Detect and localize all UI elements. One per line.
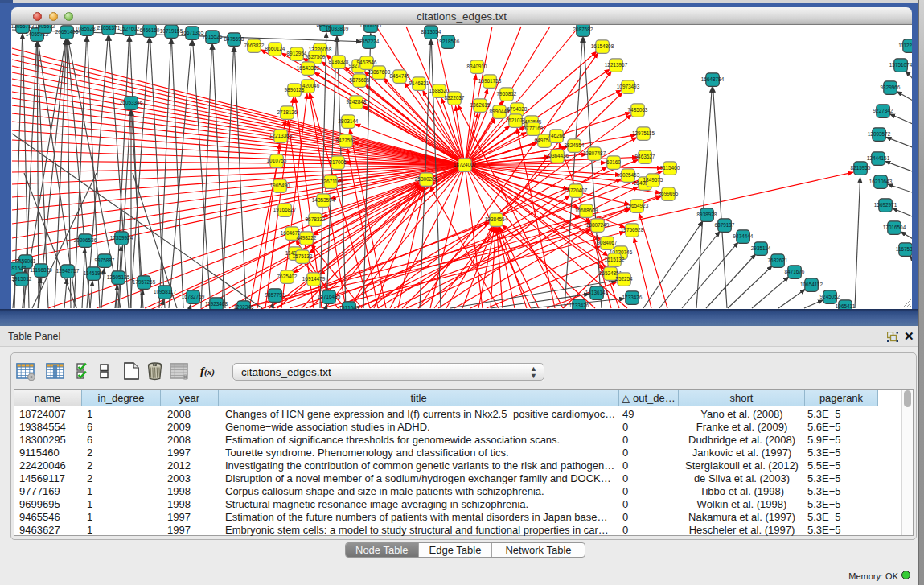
svg-text:10025453: 10025453	[617, 172, 640, 178]
svg-text:16914479: 16914479	[302, 276, 326, 282]
svg-text:18724007: 18724007	[454, 162, 477, 167]
svg-text:1733426: 1733426	[569, 303, 589, 308]
svg-text:3267110: 3267110	[321, 179, 341, 184]
svg-text:10855287: 10855287	[76, 26, 99, 31]
svg-text:1362615: 1362615	[470, 102, 491, 108]
svg-text:10719155: 10719155	[160, 28, 183, 34]
svg-text:7955812: 7955812	[497, 91, 517, 97]
svg-text:17016504: 17016504	[883, 225, 906, 230]
svg-text:1905572: 1905572	[35, 25, 55, 29]
svg-text:8660124: 8660124	[265, 46, 285, 51]
svg-text:10688609: 10688609	[575, 208, 598, 213]
svg-text:3915012: 3915012	[12, 276, 32, 282]
svg-text:9857791: 9857791	[265, 292, 285, 298]
svg-text:9084067: 9084067	[598, 240, 618, 245]
svg-text:20206536: 20206536	[74, 237, 97, 243]
svg-text:1575132: 1575132	[293, 253, 313, 259]
svg-text:14136141: 14136141	[585, 290, 609, 295]
svg-text:11156829: 11156829	[30, 267, 52, 273]
svg-text:8475698: 8475698	[224, 36, 244, 42]
svg-text:19166827: 19166827	[273, 207, 297, 212]
svg-text:1965490: 1965490	[270, 183, 290, 188]
svg-text:19218506: 19218506	[437, 39, 460, 44]
svg-text:11923468: 11923468	[205, 301, 228, 307]
svg-text:1588520: 1588520	[429, 88, 450, 93]
svg-text:4498222: 4498222	[297, 235, 317, 241]
svg-text:8340910: 8340910	[467, 64, 487, 69]
svg-text:8813054: 8813054	[421, 29, 441, 35]
svg-text:1849575: 1849575	[643, 177, 663, 183]
svg-text:12942757: 12942757	[56, 268, 80, 274]
svg-text:16782759: 16782759	[182, 294, 205, 299]
svg-text:1167533: 1167533	[896, 246, 912, 252]
svg-text:7632621: 7632621	[768, 257, 788, 263]
svg-text:17957255: 17957255	[133, 279, 156, 285]
svg-text:252254: 252254	[615, 276, 633, 282]
svg-text:7357224: 7357224	[359, 39, 380, 44]
svg-text:817006: 817006	[329, 159, 347, 165]
svg-text:8454749: 8454749	[390, 73, 410, 79]
svg-text:14353594: 14353594	[312, 197, 335, 203]
svg-text:3391547: 3391547	[11, 266, 27, 271]
svg-text:19756928: 19756928	[621, 227, 644, 233]
svg-text:8186328: 8186328	[329, 59, 349, 64]
svg-text:18807249: 18807249	[586, 222, 610, 228]
svg-text:2935114: 2935114	[751, 245, 771, 251]
svg-text:9463627: 9463627	[635, 154, 655, 159]
svg-text:12975115: 12975115	[632, 130, 655, 136]
svg-text:10807487: 10807487	[583, 150, 606, 156]
svg-text:16210643: 16210643	[869, 179, 893, 184]
svg-text:16648784: 16648784	[701, 76, 725, 82]
svg-text:12444151: 12444151	[867, 155, 890, 161]
svg-text:7515526: 7515526	[203, 34, 223, 39]
svg-text:9115460: 9115460	[660, 165, 680, 171]
svg-text:9245052: 9245052	[820, 294, 840, 299]
svg-text:9242848: 9242848	[347, 99, 367, 105]
svg-text:6466160: 6466160	[140, 27, 160, 33]
svg-text:1615132: 1615132	[605, 257, 625, 262]
svg-text:20364436: 20364436	[546, 153, 569, 159]
svg-text:17359924: 17359924	[110, 235, 133, 241]
svg-text:9227342: 9227342	[873, 108, 893, 113]
svg-text:6794028: 6794028	[507, 106, 528, 112]
svg-text:26053346: 26053346	[120, 100, 143, 105]
svg-text:25300205: 25300205	[415, 176, 438, 182]
svg-text:3824554: 3824554	[565, 142, 585, 148]
svg-text:12213967: 12213967	[605, 62, 628, 68]
svg-text:2718126: 2718126	[277, 109, 298, 115]
svg-text:12093572: 12093572	[868, 131, 891, 137]
svg-text:23867608: 23867608	[368, 69, 391, 75]
svg-text:16033809: 16033809	[326, 26, 349, 31]
svg-text:8322037: 8322037	[445, 95, 465, 101]
svg-text:8699695: 8699695	[659, 191, 679, 196]
svg-text:15751074: 15751074	[889, 62, 912, 68]
svg-text:19654923: 19654923	[626, 203, 649, 208]
svg-text:1733426: 1733426	[622, 295, 643, 300]
svg-text:9777169: 9777169	[524, 126, 544, 131]
svg-text:11122087: 11122087	[898, 43, 912, 48]
svg-text:9146821: 9146821	[409, 80, 429, 86]
svg-text:9474444: 9474444	[733, 233, 754, 239]
svg-text:f(x): f(x)	[200, 365, 215, 377]
svg-text:12213369: 12213369	[269, 133, 293, 138]
svg-text:8938928: 8938928	[697, 212, 717, 217]
svg-text:5875685: 5875685	[350, 77, 370, 83]
svg-text:9329966: 9329966	[881, 84, 901, 90]
svg-text:9975887: 9975887	[95, 257, 115, 263]
svg-text:10973493: 10973493	[617, 84, 640, 89]
svg-text:10654112: 10654112	[800, 282, 823, 287]
svg-text:12505135: 12505135	[107, 274, 130, 280]
svg-text:16671355: 16671355	[181, 30, 204, 35]
svg-text:62160: 62160	[606, 159, 621, 165]
svg-text:15720407: 15720407	[565, 187, 588, 193]
svg-text:746266: 746266	[548, 133, 565, 138]
svg-text:2803144: 2803144	[339, 118, 359, 124]
svg-text:12055713: 12055713	[11, 25, 35, 29]
svg-text:1527602: 1527602	[120, 26, 140, 31]
svg-text:8678332: 8678332	[306, 216, 326, 222]
svg-text:7625402: 7625402	[277, 274, 298, 279]
svg-text:7485063: 7485063	[628, 107, 648, 113]
svg-text:8215955: 8215955	[851, 165, 871, 171]
svg-text:9327500: 9327500	[306, 54, 326, 60]
svg-text:8427552: 8427552	[336, 138, 356, 143]
